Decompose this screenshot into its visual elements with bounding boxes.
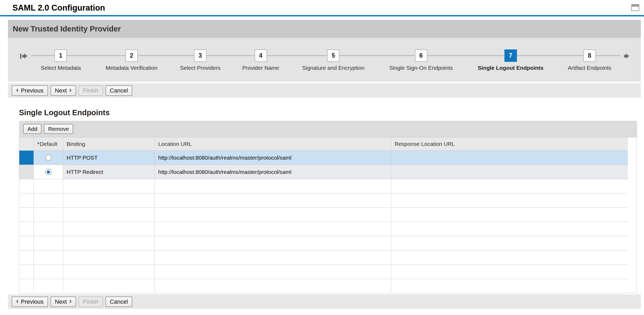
binding-cell[interactable]: HTTP POST <box>63 151 155 165</box>
finish-button-bottom: Finish <box>78 297 103 307</box>
chevron-left-icon: ‹ <box>16 86 18 94</box>
required-marker: * <box>37 141 39 147</box>
location-url-cell <box>155 193 391 208</box>
row-selector-cell <box>19 193 34 208</box>
step-number: 4 <box>255 49 267 62</box>
binding-cell <box>63 236 155 251</box>
empty-row <box>19 279 628 293</box>
binding-cell <box>63 222 155 236</box>
location-url-cell <box>155 179 391 193</box>
roadmap-step-4[interactable]: 4Provider Name <box>242 49 279 71</box>
default-radio-cell[interactable] <box>34 151 63 165</box>
location-url-cell <box>155 236 391 251</box>
next-button-bottom[interactable]: Next › <box>50 297 76 307</box>
column-header-default: *Default <box>34 137 63 151</box>
default-radio[interactable] <box>45 154 52 161</box>
row-selector-cell[interactable] <box>19 151 34 165</box>
column-header-binding: Binding <box>63 137 155 151</box>
empty-row <box>19 265 628 279</box>
response-location-url-cell <box>391 251 628 265</box>
response-location-url-cell <box>391 193 628 208</box>
binding-cell <box>63 208 155 222</box>
binding-cell <box>63 179 155 193</box>
row-selector-cell <box>19 222 34 236</box>
roadmap-step-3[interactable]: 3Select Providers <box>180 49 221 71</box>
response-location-url-cell <box>391 179 628 193</box>
step-label: Single Logout Endpoints <box>478 65 543 71</box>
endpoints-table-wrap: *DefaultBindingLocation URLResponse Loca… <box>19 137 644 293</box>
row-selector-cell <box>19 251 34 265</box>
roadmap-step-1[interactable]: 1Select Metadata <box>41 49 81 71</box>
step-label: Single Sign-On Endpoints <box>389 65 453 71</box>
empty-row <box>19 193 628 208</box>
endpoint-row: HTTP POSThttp://localhost:8080/auth/real… <box>19 151 628 165</box>
table-header-row: *DefaultBindingLocation URLResponse Loca… <box>19 137 628 151</box>
default-radio-cell <box>34 279 63 293</box>
response-location-url-cell <box>391 236 628 251</box>
location-url-cell <box>155 208 391 222</box>
default-radio[interactable] <box>45 169 52 175</box>
location-url-cell <box>155 222 391 236</box>
remove-button[interactable]: Remove <box>44 124 73 134</box>
add-button[interactable]: Add <box>23 124 41 134</box>
location-url-cell <box>155 279 391 293</box>
default-radio-cell <box>34 222 63 236</box>
binding-cell <box>63 265 155 279</box>
row-selector-cell <box>19 279 34 293</box>
roadmap-step-5[interactable]: 5Signature and Encryption <box>302 49 365 71</box>
empty-row <box>19 251 628 265</box>
empty-row <box>19 179 628 193</box>
chevron-left-icon: ‹ <box>16 298 18 305</box>
step-number: 7 <box>505 49 517 62</box>
step-number: 8 <box>584 49 596 62</box>
previous-button-bottom[interactable]: ‹ Previous <box>12 297 48 307</box>
finish-button: Finish <box>78 85 103 96</box>
default-radio-cell[interactable] <box>34 165 63 179</box>
window-maximize-icon[interactable] <box>631 4 639 11</box>
response-location-url-cell[interactable] <box>391 165 628 179</box>
location-url-cell[interactable]: http://localhost:8080/auth/realms/master… <box>155 165 391 179</box>
column-header-response_location_url: Response Location URL <box>391 137 628 151</box>
table-scrollbar-track[interactable] <box>628 137 637 293</box>
empty-row <box>19 222 628 236</box>
step-number: 5 <box>327 49 339 62</box>
step-number: 6 <box>415 49 427 62</box>
row-selector-header <box>19 137 34 151</box>
default-radio-cell <box>34 265 63 279</box>
step-number: 3 <box>194 49 207 62</box>
response-location-url-cell <box>391 265 628 279</box>
table-toolbar: Add Remove <box>19 121 637 137</box>
endpoints-table: *DefaultBindingLocation URLResponse Loca… <box>19 137 628 293</box>
response-location-url-cell <box>391 279 628 293</box>
response-location-url-cell <box>391 208 628 222</box>
cancel-button-bottom[interactable]: Cancel <box>105 297 132 307</box>
binding-cell[interactable]: HTTP Redirect <box>63 165 155 179</box>
wizard-title: New Trusted Identity Provider <box>8 20 641 38</box>
empty-row <box>19 236 628 251</box>
default-radio-cell <box>34 193 63 208</box>
row-selector-cell <box>19 179 34 193</box>
row-selector-cell[interactable] <box>19 165 34 179</box>
location-url-cell[interactable]: http://localhost:8080/auth/realms/master… <box>155 151 391 165</box>
previous-button[interactable]: ‹ Previous <box>12 85 48 96</box>
column-header-location_url: Location URL <box>155 137 391 151</box>
cancel-button[interactable]: Cancel <box>105 85 132 96</box>
roadmap-end-arrow-icon <box>624 53 629 59</box>
location-url-cell <box>155 265 391 279</box>
roadmap-start-icon <box>20 53 27 59</box>
wizard-nav-top: ‹ Previous Next › Finish Cancel <box>8 83 641 98</box>
empty-row <box>19 208 628 222</box>
response-location-url-cell[interactable] <box>391 151 628 165</box>
roadmap-step-8[interactable]: 8Artifact Endpoints <box>568 49 612 71</box>
step-label: Metadata Verification <box>106 65 157 71</box>
next-button[interactable]: Next › <box>50 85 76 96</box>
default-radio-cell <box>34 208 63 222</box>
roadmap-step-7[interactable]: 7Single Logout Endpoints <box>478 49 543 71</box>
row-selector-cell <box>19 208 34 222</box>
chevron-right-icon: › <box>69 86 72 94</box>
roadmap-step-6[interactable]: 6Single Sign-On Endpoints <box>389 49 453 71</box>
roadmap-step-2[interactable]: 2Metadata Verification <box>106 49 157 71</box>
step-label: Provider Name <box>242 65 279 71</box>
row-selector-cell <box>19 236 34 251</box>
app-header: SAML 2.0 Configuration <box>0 0 644 16</box>
